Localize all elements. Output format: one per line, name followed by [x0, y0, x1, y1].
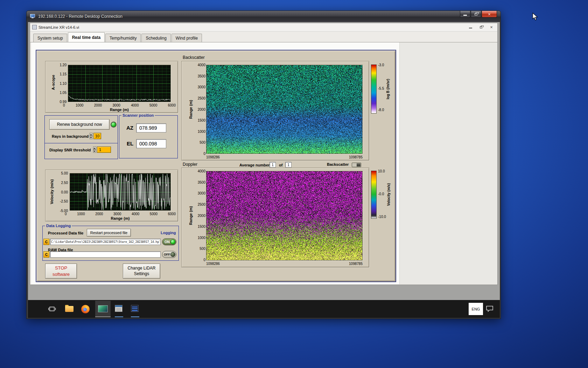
app-restore-button[interactable]	[476, 23, 486, 31]
az-value: 078.989	[136, 123, 166, 132]
tick-label: 2000	[94, 103, 102, 107]
minimize-icon	[463, 15, 467, 16]
streamline-app-icon	[98, 305, 108, 312]
velocity-canvas	[70, 173, 170, 210]
notification-chat-icon[interactable]	[486, 305, 493, 314]
raw-path-input[interactable]	[50, 251, 161, 258]
backscatter-canvas	[206, 65, 362, 154]
velocity-graph-group: Velocity (m/s) 5.002.500.00-2.50-5.00 01…	[45, 170, 178, 222]
app-close-button[interactable]: ×	[486, 23, 497, 31]
raw-path-drive-button[interactable]: C	[43, 251, 49, 258]
renew-background-button[interactable]: Renew background now	[49, 119, 110, 130]
rdp-window-title: 192.168.0.122 - Remote Desktop Connectio…	[38, 14, 122, 19]
backscatter-toggle[interactable]	[352, 163, 361, 167]
snr-value-box[interactable]: 1	[97, 146, 111, 153]
ascope-graph-group: A-scope 1.201.151.101.050.99 01000200030…	[45, 61, 178, 113]
tick-label: 0	[203, 258, 205, 262]
main-panel: A-scope 1.201.151.101.050.99 01000200030…	[36, 50, 396, 282]
toggle-led-icon	[170, 239, 175, 244]
off-label: OFF	[164, 253, 170, 256]
doppler-y-axis-label: Range (m)	[189, 206, 193, 225]
doppler-colorbar-label: Velocity (m/s)	[387, 183, 391, 206]
rdp-close-button[interactable]: ×	[482, 11, 497, 18]
doppler-canvas	[206, 171, 362, 260]
app-minimize-button[interactable]	[465, 23, 476, 31]
scan-scheduler-icon[interactable]	[115, 305, 122, 312]
doppler-x-start: 1098286	[206, 262, 220, 266]
rdp-minimize-button[interactable]	[460, 11, 470, 18]
doppler-graph-group: Range (m) 400035003000250020001500100050…	[181, 168, 369, 267]
data-logging-title: Data Logging	[45, 224, 72, 228]
rays-spinner[interactable]	[90, 133, 93, 139]
tick-label: 3000	[198, 191, 205, 195]
backscatter-y-ticks: 40003500300025002000150010005000	[194, 63, 205, 156]
language-indicator[interactable]: ENG	[469, 303, 483, 315]
task-view-icon[interactable]	[48, 305, 57, 315]
restore-icon	[480, 26, 482, 28]
tick-label: 0.00	[61, 190, 68, 194]
restart-processed-file-button[interactable]: Restart processed file	[87, 229, 131, 237]
tick-label: 500	[200, 141, 205, 144]
velocity-y-axis-label: Velocity (m/s)	[50, 179, 54, 204]
doppler-x-end: 1098785	[349, 262, 363, 266]
tick-label: 1000	[76, 103, 83, 107]
app-window: StreamLine XR v14-6.vi × System setupRea…	[30, 23, 498, 285]
stop-software-button[interactable]: STOP software	[45, 264, 77, 279]
rays-value-box[interactable]: 10	[93, 133, 101, 139]
tick-label: 500	[200, 247, 205, 251]
colorbar-tick: -0.0	[378, 192, 384, 196]
velocity-x-ticks: 0100020003000400050006000	[65, 212, 176, 216]
tick-label: 0	[65, 212, 67, 216]
doppler-colorbar	[371, 171, 377, 219]
tab-wind-profile[interactable]: Wind profile	[172, 34, 202, 42]
rdp-restore-button[interactable]	[471, 11, 481, 18]
active-app-underline	[95, 316, 111, 317]
file-explorer-icon[interactable]	[65, 306, 74, 312]
on-label: ON	[164, 240, 170, 244]
doppler-y-ticks: 40003500300025002000150010005000	[194, 169, 205, 262]
restart-processed-file-label: Restart processed file	[90, 231, 127, 235]
average-number-value[interactable]: 1	[270, 162, 276, 168]
app-window-title: StreamLine XR v14-6.vi	[38, 25, 79, 29]
tick-label: 4000	[198, 63, 205, 67]
tick-label: 1000	[198, 130, 205, 134]
tab-temp-humidity[interactable]: Temp/humidity	[105, 34, 141, 42]
tick-label: 1.05	[60, 91, 66, 95]
firefox-icon[interactable]	[81, 305, 90, 313]
tick-label: 0	[203, 152, 205, 156]
processed-logging-toggle[interactable]: ON	[162, 238, 176, 245]
tab-real-time-data[interactable]: Real time data	[68, 32, 105, 42]
tick-label: 3500	[198, 180, 205, 184]
el-value: 000.098	[136, 139, 166, 148]
colorbar-tick: -8.0	[378, 108, 384, 112]
active-app-taskbar-button[interactable]	[95, 301, 111, 317]
tick-label: 1500	[198, 225, 205, 229]
remote-desktop-icon	[30, 14, 36, 19]
change-lidar-settings-button[interactable]: Change LiDAR Settings	[123, 264, 160, 279]
terminal-window-icon[interactable]	[131, 305, 139, 312]
tick-label: 3000	[113, 103, 120, 107]
snr-spinner[interactable]	[93, 146, 96, 153]
tick-label: 1.20	[60, 63, 66, 67]
labview-vi-icon	[32, 25, 37, 29]
raw-logging-toggle[interactable]: OFF	[162, 251, 176, 258]
tick-label: 1.10	[60, 82, 66, 86]
stop-label-line1: STOP	[55, 265, 67, 271]
close-icon: ×	[490, 25, 493, 30]
change-lidar-label-line2: Settings	[134, 271, 149, 277]
app-title-bar[interactable]: StreamLine XR v14-6.vi ×	[30, 23, 497, 32]
tick-label: 2000	[95, 212, 103, 216]
group-divider	[45, 143, 118, 143]
tick-label: 2500	[198, 96, 205, 100]
velocity-plot	[70, 173, 171, 211]
tab-scheduling[interactable]: Scheduling	[141, 34, 170, 42]
processed-path-input[interactable]	[50, 239, 161, 245]
average-count-value[interactable]: 1	[285, 162, 292, 168]
tick-label: 4000	[132, 212, 139, 216]
backscatter-toggle-label: Backscatter	[327, 162, 349, 166]
processed-path-drive-button[interactable]: C	[43, 239, 49, 245]
rdp-title-bar[interactable]: 192.168.0.122 - Remote Desktop Connectio…	[27, 11, 500, 22]
tab-system-setup[interactable]: System setup	[33, 34, 67, 42]
mouse-cursor	[532, 13, 540, 22]
backscatter-x-end: 1098785	[349, 155, 363, 159]
